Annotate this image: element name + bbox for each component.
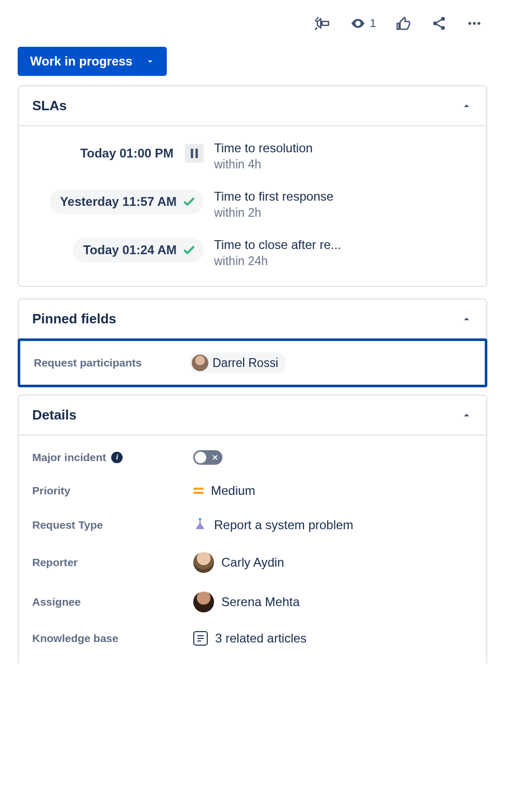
- knowledge-base-label: Knowledge base: [32, 632, 193, 645]
- svg-point-8: [199, 518, 201, 520]
- request-type-icon: [193, 517, 207, 533]
- feedback-icon[interactable]: [315, 16, 330, 31]
- pinned-fields-header[interactable]: Pinned fields: [19, 299, 486, 338]
- priority-value: Medium: [211, 483, 255, 498]
- request-type-label: Request Type: [32, 519, 193, 531]
- article-icon: [193, 631, 208, 646]
- reporter-value: Carly Aydin: [221, 555, 284, 570]
- sla-time: Today 01:00 PM: [70, 141, 181, 166]
- avatar: [192, 355, 208, 371]
- toggle-knob: [195, 452, 206, 463]
- details-body: Major incident i ✕ Priority Medium Reque…: [19, 436, 486, 663]
- sla-pill: Yesterday 11:57 AM: [49, 189, 204, 214]
- sla-pill: Today 01:24 AM: [73, 238, 204, 263]
- status-label: Work in progress: [30, 54, 132, 69]
- avatar: [193, 592, 214, 612]
- details-title: Details: [32, 407, 76, 423]
- sla-time: Today 01:24 AM: [83, 243, 177, 257]
- sla-name: Time to resolution: [214, 141, 473, 155]
- svg-point-1: [433, 21, 437, 25]
- sla-row: Today 01:00 PM Time to resolution within…: [32, 141, 473, 172]
- share-button[interactable]: [431, 16, 447, 31]
- sla-name: Time to close after re...: [214, 238, 473, 252]
- participant-chip[interactable]: Darrel Rossi: [190, 352, 286, 373]
- request-type-row[interactable]: Request Type Report a system problem: [32, 517, 473, 533]
- toggle-off-icon: ✕: [212, 453, 218, 462]
- sla-row: Today 01:24 AM Time to close after re...…: [32, 238, 473, 268]
- pinned-fields-panel: Pinned fields: [18, 298, 487, 338]
- sla-target: within 4h: [214, 158, 473, 172]
- request-participants-row[interactable]: Request participants Darrel Rossi: [18, 338, 487, 387]
- reporter-row[interactable]: Reporter Carly Aydin: [32, 552, 473, 573]
- assignee-row[interactable]: Assignee Serena Mehta: [32, 592, 473, 612]
- participant-name: Darrel Rossi: [212, 356, 278, 370]
- request-type-value: Report a system problem: [214, 518, 353, 532]
- priority-medium-icon: [193, 488, 204, 494]
- more-actions-button[interactable]: [467, 16, 482, 31]
- pinned-fields-title: Pinned fields: [32, 311, 116, 327]
- slas-title: SLAs: [32, 98, 67, 114]
- svg-point-2: [441, 26, 445, 30]
- priority-row[interactable]: Priority Medium: [32, 483, 473, 498]
- avatar: [193, 552, 214, 573]
- slas-panel: SLAs Today 01:00 PM Time to resolution w…: [18, 85, 487, 287]
- sla-name: Time to first response: [214, 189, 473, 204]
- check-icon: [182, 194, 196, 209]
- details-header[interactable]: Details: [19, 396, 486, 436]
- assignee-label: Assignee: [32, 596, 193, 608]
- knowledge-base-value: 3 related articles: [215, 631, 307, 646]
- reporter-label: Reporter: [32, 556, 193, 569]
- chevron-up-icon: [460, 409, 473, 422]
- sla-target: within 2h: [214, 206, 473, 220]
- svg-point-3: [469, 22, 472, 25]
- svg-rect-6: [191, 149, 193, 158]
- vote-button[interactable]: [396, 16, 411, 31]
- chevron-up-icon: [460, 100, 473, 112]
- chevron-up-icon: [460, 313, 473, 325]
- slas-header[interactable]: SLAs: [19, 86, 486, 126]
- svg-point-0: [441, 17, 445, 21]
- slas-body: Today 01:00 PM Time to resolution within…: [19, 126, 486, 286]
- watch-count: 1: [370, 17, 376, 30]
- major-incident-row: Major incident i ✕: [32, 450, 473, 465]
- sla-target: within 24h: [214, 254, 473, 268]
- svg-point-4: [473, 22, 476, 25]
- request-participants-label: Request participants: [34, 357, 190, 369]
- status-dropdown[interactable]: Work in progress: [18, 47, 167, 76]
- svg-point-5: [477, 22, 481, 25]
- major-incident-label: Major incident: [32, 451, 106, 464]
- major-incident-toggle[interactable]: ✕: [193, 450, 222, 465]
- check-icon: [182, 243, 196, 257]
- sla-row: Yesterday 11:57 AM Time to first respons…: [32, 189, 473, 220]
- details-panel: Details Major incident i ✕ Priority Medi…: [18, 395, 487, 663]
- watch-button[interactable]: 1: [350, 16, 376, 31]
- assignee-value: Serena Mehta: [221, 595, 300, 609]
- chevron-down-icon: [145, 56, 155, 67]
- knowledge-base-row[interactable]: Knowledge base 3 related articles: [32, 631, 473, 646]
- priority-label: Priority: [32, 484, 193, 497]
- svg-rect-7: [195, 149, 198, 158]
- info-icon[interactable]: i: [111, 452, 123, 463]
- pause-icon: [185, 144, 204, 163]
- sla-time: Yesterday 11:57 AM: [60, 194, 177, 209]
